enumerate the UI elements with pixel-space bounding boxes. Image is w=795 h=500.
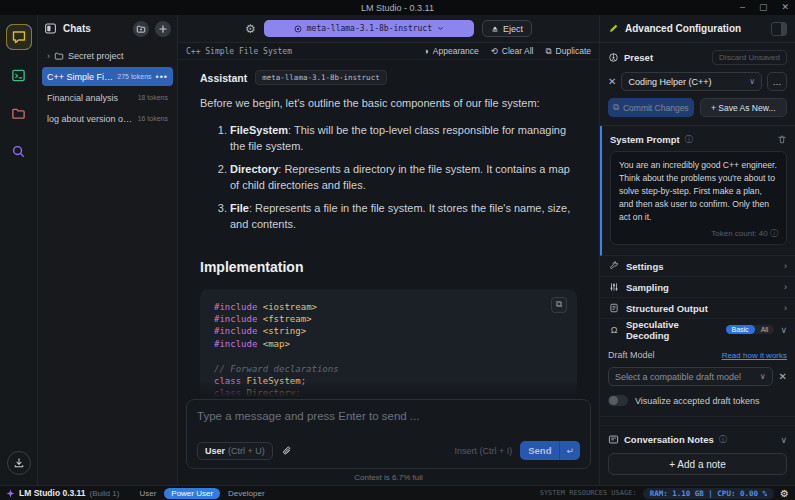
mode-developer[interactable]: Developer [228,489,264,498]
message-composer[interactable]: Type a message and press Enter to send .… [186,399,591,469]
loaded-model-selector[interactable]: meta-llama-3.1-8b-instruct [264,20,474,37]
new-chat-button[interactable] [155,21,171,37]
assistant-model-badge: meta-llama-3.1-8b-instruct [255,70,386,85]
collapse-sidebar-icon[interactable] [44,22,57,35]
preset-icon [608,52,619,63]
token-count-label: Token count: 40 ⓘ [619,228,778,239]
spec-mode-all[interactable]: All [755,325,775,334]
nav-discover-tab[interactable] [7,139,31,163]
list-item: File: Represents a file in the file syst… [230,200,577,233]
section-label: Settings [626,261,778,272]
send-button[interactable]: Send ↵ [520,441,580,460]
section-speculative-decoding[interactable]: Ω Speculative Decoding Basic All ∨ [600,319,795,340]
chats-header: Chats [38,15,177,42]
composer-placeholder: Type a message and press Enter to send .… [197,410,580,422]
message-scroll-area[interactable]: Assistant meta-llama-3.1-8b-instruct Bef… [178,60,599,397]
main-chat-area: ⚙ meta-llama-3.1-8b-instruct Eject [178,15,600,485]
app-version: LM Studio 0.3.11 (Build 1) [6,488,119,498]
chat-item-financial-analysis[interactable]: Financial analysis 18 tokens [42,88,173,107]
window-controls: – ▢ ✕ [740,0,789,15]
maximize-button[interactable]: ▢ [759,3,768,12]
section-structured-output[interactable]: Structured Output › [600,298,795,319]
draft-model-select[interactable]: Select a compatible draft model ∨ [608,367,773,386]
mode-user[interactable]: User [139,489,156,498]
visualize-tokens-toggle[interactable] [608,395,628,406]
section-sampling[interactable]: Sampling › [600,277,795,298]
preset-select[interactable]: Coding Helper (C++) ∨ [621,72,762,91]
eject-icon [491,25,499,33]
pencil-icon [608,23,619,34]
info-icon: ⓘ [719,434,727,445]
model-settings-gear-icon[interactable]: ⚙ [245,23,256,35]
save-as-new-button[interactable]: + Save As New... [700,98,788,117]
close-button[interactable]: ✕ [781,3,789,12]
appearance-label: Appearance [433,46,479,56]
enter-icon: ↵ [560,446,580,456]
system-prompt-section: System Prompt ⓘ You are an incredibly go… [600,126,795,256]
search-icon [11,144,26,159]
discard-unsaved-button[interactable]: Discard Unsaved [712,50,787,65]
spec-mode-basic[interactable]: Basic [726,325,755,334]
chevron-right-icon: › [47,51,50,61]
advanced-config-header: Advanced Configuration [600,15,795,43]
read-how-it-works-link[interactable]: Read how it works [722,351,787,360]
draft-model-placeholder: Select a compatible draft model [615,372,760,382]
nav-chat-tab[interactable] [7,25,31,49]
implementation-heading: Implementation [200,259,577,275]
collapse-panel-icon[interactable] [771,22,787,36]
section-label: Structured Output [626,303,778,314]
clear-draft-model-button[interactable]: ✕ [779,371,787,382]
spec-mode-toggle[interactable]: Basic All [726,325,775,334]
chat-folder-secret-project[interactable]: › Secret project [42,46,173,65]
copy-icon: ⧉ [556,298,562,310]
assistant-message-header: Assistant meta-llama-3.1-8b-instruct [200,70,577,85]
preset-menu-button[interactable]: … [767,72,787,91]
app-name: LM Studio 0.3.11 [19,488,86,498]
composer-controls: User (Ctrl + U) Insert (Ctrl + I) Send [197,441,580,460]
chat-item-cpp-file-system[interactable]: C++ Simple File System 275 tokens ••• [42,67,173,86]
clear-all-icon: ⟲ [491,46,498,56]
eject-model-button[interactable]: Eject [482,20,532,37]
appearance-button[interactable]: ◑ Appearance [424,46,479,56]
eject-label: Eject [503,24,523,34]
preset-label: Preset [624,52,707,63]
role-selector-button[interactable]: User (Ctrl + U) [197,442,273,460]
nav-my-models-tab[interactable] [7,101,31,125]
commit-changes-button[interactable]: ⧉ Commit Changes [608,98,694,117]
panel-spacer [600,417,795,425]
terminal-icon [11,68,26,83]
resources-usage-pill[interactable]: RAM: 1.10 GB | CPU: 0.00 % [643,488,774,499]
copy-code-button[interactable]: ⧉ [551,297,567,313]
settings-gear-icon[interactable]: ⚙ [780,488,789,499]
advanced-config-panel: Advanced Configuration Preset Discard Un… [600,15,795,485]
context-usage-label: Context is 6.7% full [178,469,599,485]
build-label: (Build 1) [90,489,120,498]
new-folder-button[interactable] [133,21,149,37]
system-prompt-input[interactable]: You are an incredibly good C++ engineer.… [610,151,787,245]
message-list: FileSystem: This will be the top-level c… [230,122,577,233]
model-status-icon [294,25,302,33]
left-rail [0,15,38,485]
section-settings[interactable]: Settings › [600,256,795,277]
speculative-decoding-body: Draft Model Read how it works Select a c… [600,340,795,417]
chat-toolbar: ◑ Appearance ⟲ Clear All ⧉ Duplicate [424,46,591,57]
clear-all-button[interactable]: ⟲ Clear All [491,46,534,56]
downloads-button[interactable] [7,451,31,475]
chat-menu-icon[interactable]: ••• [156,72,168,82]
clear-preset-button[interactable]: ✕ [608,76,616,87]
attach-file-button[interactable] [281,445,293,457]
chat-item-log-version[interactable]: log about version of ... 16 tokens [42,109,173,128]
list-item-desc: : Represents a directory in the file sys… [230,163,570,192]
nav-developer-tab[interactable] [7,63,31,87]
main-header: ⚙ meta-llama-3.1-8b-instruct Eject [178,15,599,43]
section-label: Sampling [626,282,778,293]
lm-studio-window: LM Studio - 0.3.11 – ▢ ✕ [0,0,795,500]
conversation-notes-header[interactable]: Conversation Notes ⓘ ∨ [608,434,787,445]
minimize-button[interactable]: – [740,3,745,12]
add-note-button[interactable]: + Add a note [608,453,787,475]
trash-icon[interactable] [777,134,787,145]
lm-studio-logo-icon [6,489,15,498]
mode-power-user[interactable]: Power User [164,488,220,499]
duplicate-button[interactable]: ⧉ Duplicate [545,46,591,57]
speculative-decoding-icon: Ω [608,325,620,335]
